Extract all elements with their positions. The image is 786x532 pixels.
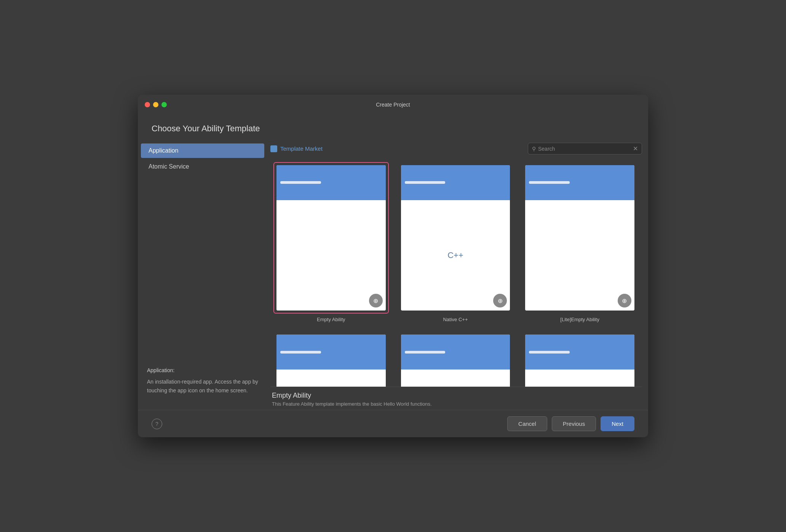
card-thumb-wrapper-2: C++ ⊕ [398, 162, 513, 314]
card-header-bar-6 [529, 351, 570, 354]
right-panel: Template Market ⚲ ✕ [267, 140, 648, 410]
card-thumb-wrapper-3: ⊕ [522, 162, 637, 314]
card-thumb-header-4 [276, 334, 386, 370]
card-thumb-4: ⊕ [276, 334, 386, 387]
page-heading: Choose Your Ability Template [138, 115, 648, 140]
card-thumb-header-5 [401, 334, 510, 370]
traffic-lights [145, 102, 167, 107]
card-thumb-body-6: ⊕ [525, 370, 634, 387]
right-panel-header: Template Market ⚲ ✕ [270, 143, 642, 155]
template-card-native-cpp[interactable]: C++ ⊕ Native C++ [396, 161, 515, 324]
sidebar-item-atomic-service[interactable]: Atomic Service [141, 159, 264, 174]
card-header-bar-5 [405, 351, 446, 354]
description-title: Application: [147, 366, 258, 374]
sidebar-item-application[interactable]: Application [141, 143, 264, 158]
cpp-label: C++ [447, 250, 463, 260]
search-icon: ⚲ [532, 146, 536, 152]
next-button[interactable]: Next [601, 416, 634, 431]
card-thumb-header-3 [525, 165, 634, 200]
card-thumb-body-1: ⊕ [276, 200, 386, 311]
hmos-icon-3: ⊕ [622, 297, 627, 304]
selected-template-info: Empty Ability This Feature Ability templ… [270, 387, 642, 410]
sidebar: Application Atomic Service Application: … [138, 140, 267, 410]
window-body: Choose Your Ability Template Application… [138, 115, 648, 437]
card-thumb-3: ⊕ [525, 165, 634, 311]
template-market-link[interactable]: Template Market [270, 145, 323, 152]
card-thumb-wrapper-6: ⊕ [522, 331, 637, 387]
card-thumb-header-2 [401, 165, 510, 200]
card-icon-2: ⊕ [493, 294, 507, 307]
templates-grid-wrapper: ⊕ Empty Ability [270, 159, 642, 387]
sidebar-description: Application: An installation-required ap… [138, 357, 267, 407]
card-icon-1: ⊕ [369, 294, 383, 307]
card-thumb-1: ⊕ [276, 165, 386, 311]
cancel-button[interactable]: Cancel [507, 416, 547, 431]
card-label-1: Empty Ability [317, 317, 345, 322]
footer: ? Cancel Previous Next [138, 410, 648, 437]
card-label-3: [Lite]Empty Ability [560, 317, 599, 322]
card-thumb-header-6 [525, 334, 634, 370]
card-header-bar-1 [280, 181, 321, 184]
template-market-icon [270, 145, 277, 152]
minimize-button[interactable] [153, 102, 158, 107]
hmos-icon-1: ⊕ [373, 297, 378, 304]
card-header-bar-4 [280, 351, 321, 354]
card-header-bar-3 [529, 181, 570, 184]
selected-template-name: Empty Ability [272, 392, 641, 400]
search-box: ⚲ ✕ [528, 143, 642, 155]
previous-button[interactable]: Previous [552, 416, 596, 431]
template-card-list[interactable]: ⊕ [396, 330, 515, 387]
card-thumb-5: ⊕ [401, 334, 510, 387]
card-thumb-wrapper-1: ⊕ [273, 162, 389, 314]
template-card-empty-ability[interactable]: ⊕ Empty Ability [272, 161, 390, 324]
close-button[interactable] [145, 102, 150, 107]
footer-buttons: Cancel Previous Next [507, 416, 634, 431]
description-text: An installation-required app. Access the… [147, 377, 258, 395]
card-thumb-2: C++ ⊕ [401, 165, 510, 311]
selected-template-description: This Feature Ability template implements… [272, 401, 641, 407]
templates-grid: ⊕ Empty Ability [270, 159, 641, 387]
maximize-button[interactable] [161, 102, 167, 107]
help-button[interactable]: ? [152, 419, 162, 429]
search-input[interactable] [538, 146, 633, 152]
card-thumb-6: ⊕ [525, 334, 634, 387]
card-icon-3: ⊕ [618, 294, 631, 307]
card-thumb-body-5: ⊕ [401, 370, 510, 387]
card-header-bar-2 [405, 181, 446, 184]
card-thumb-wrapper-5: ⊕ [398, 331, 513, 387]
hmos-icon-2: ⊕ [498, 297, 503, 304]
card-thumb-body-2: C++ ⊕ [401, 200, 510, 311]
card-thumb-wrapper-4: ⊕ [273, 331, 389, 387]
search-clear-icon[interactable]: ✕ [633, 145, 638, 152]
card-label-2: Native C++ [443, 317, 468, 322]
card-thumb-header-1 [276, 165, 386, 200]
template-card-4[interactable]: ⊕ [272, 330, 390, 387]
template-market-label-text: Template Market [280, 145, 323, 152]
template-card-lite-empty[interactable]: ⊕ [Lite]Empty Ability [521, 161, 639, 324]
card-thumb-body-4: ⊕ [276, 370, 386, 387]
template-card-detail[interactable]: ⊕ [521, 330, 639, 387]
title-bar: Create Project [138, 95, 648, 115]
create-project-window: Create Project Choose Your Ability Templ… [138, 95, 648, 437]
main-content: Application Atomic Service Application: … [138, 140, 648, 410]
window-title: Create Project [376, 102, 410, 108]
card-thumb-body-3: ⊕ [525, 200, 634, 311]
